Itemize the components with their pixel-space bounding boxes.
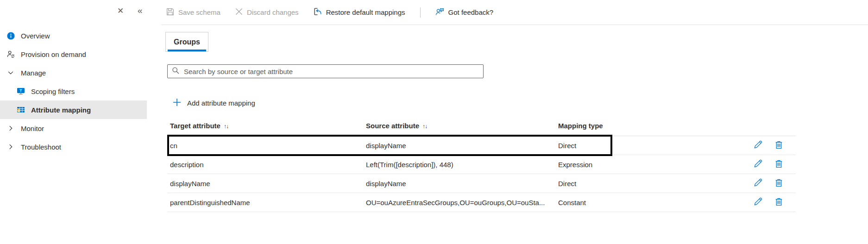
- cell-source-attribute: Left(Trim([description]), 448): [366, 161, 558, 169]
- sort-icon[interactable]: ↑↓: [224, 123, 228, 130]
- column-header-source-attribute[interactable]: Source attribute↑↓: [366, 122, 558, 130]
- toolbar-button-label: Discard changes: [247, 8, 299, 16]
- sidebar-item-label: Manage: [21, 69, 46, 77]
- cell-source-attribute: displayName: [366, 142, 558, 150]
- info-icon: [6, 31, 15, 40]
- trash-icon: [774, 197, 784, 208]
- column-header-label: Source attribute: [366, 122, 419, 130]
- table-row[interactable]: displayName displayName Direct: [167, 174, 796, 193]
- close-icon[interactable]: ✕: [117, 7, 124, 15]
- delete-mapping-button[interactable]: [774, 197, 784, 208]
- tab-label: Groups: [174, 38, 200, 46]
- attribute-mapping-icon: [17, 106, 25, 114]
- table-row[interactable]: parentDistinguishedName OU=ouAzureEntraS…: [167, 193, 796, 212]
- collapse-sidebar-icon[interactable]: «: [138, 6, 143, 15]
- sidebar-item-label: Scoping filters: [31, 88, 75, 95]
- save-schema-button[interactable]: Save schema: [166, 8, 220, 17]
- pencil-icon: [753, 178, 763, 189]
- search-input[interactable]: [183, 67, 479, 76]
- delete-mapping-button[interactable]: [774, 159, 784, 170]
- trash-icon: [774, 178, 784, 189]
- cell-mapping-type: Expression: [558, 161, 669, 169]
- sidebar-item-troubleshoot[interactable]: Troubleshoot: [0, 138, 147, 156]
- x-icon: [235, 8, 243, 17]
- toolbar-divider: [420, 7, 421, 18]
- cell-mapping-type: Direct: [558, 142, 669, 150]
- chevron-right-icon: [6, 124, 15, 132]
- discard-changes-button[interactable]: Discard changes: [235, 8, 299, 17]
- scoping-filters-icon: [17, 87, 25, 95]
- sidebar-item-label: Troubleshoot: [21, 143, 61, 151]
- cell-source-attribute: displayName: [366, 180, 558, 188]
- toolbar-button-label: Got feedback?: [448, 8, 494, 16]
- pencil-icon: [753, 140, 763, 151]
- sidebar-item-label: Provision on demand: [21, 50, 86, 58]
- table-row[interactable]: cn displayName Direct: [167, 136, 796, 155]
- edit-mapping-button[interactable]: [753, 140, 763, 151]
- sort-icon[interactable]: ↑↓: [422, 123, 427, 130]
- trash-icon: [774, 159, 784, 170]
- restore-icon: [314, 7, 322, 17]
- pencil-icon: [753, 197, 763, 208]
- sidebar-item-attribute-mapping[interactable]: Attribute mapping: [0, 100, 147, 119]
- column-header-mapping-type: Mapping type: [558, 122, 669, 130]
- edit-mapping-button[interactable]: [753, 159, 763, 170]
- toolbar: Save schema Discard changes Restore defa…: [161, 0, 868, 25]
- edit-mapping-button[interactable]: [753, 178, 763, 189]
- column-header-label: Target attribute: [170, 122, 220, 130]
- cell-target-attribute[interactable]: description: [167, 161, 366, 169]
- sidebar-item-manage[interactable]: Manage: [0, 63, 147, 82]
- person-sync-icon: [6, 50, 15, 58]
- sidebar-item-overview[interactable]: Overview: [0, 26, 147, 45]
- cell-mapping-type: Direct: [558, 180, 669, 188]
- toolbar-button-label: Restore default mappings: [326, 8, 405, 16]
- chevron-down-icon: [6, 69, 15, 77]
- content-pane: Save schema Discard changes Restore defa…: [161, 0, 868, 244]
- search-box: [167, 64, 484, 78]
- sidebar-item-provision-on-demand[interactable]: Provision on demand: [0, 45, 147, 63]
- column-header-label: Mapping type: [558, 122, 603, 130]
- cell-target-attribute[interactable]: cn: [167, 142, 366, 150]
- got-feedback-button[interactable]: Got feedback?: [435, 7, 494, 18]
- column-header-target-attribute[interactable]: Target attribute↑↓: [167, 122, 366, 130]
- main-area: Groups Add attribute mapping Target attr…: [161, 25, 868, 212]
- sidebar-item-label: Monitor: [21, 125, 44, 132]
- sidebar-nav: Overview Provision on demand Manage: [0, 26, 161, 156]
- feedback-icon: [435, 7, 444, 18]
- sidebar-item-label: Overview: [21, 32, 50, 40]
- save-icon: [166, 8, 174, 17]
- cell-mapping-type: Constant: [558, 199, 669, 206]
- toolbar-button-label: Save schema: [178, 8, 220, 16]
- delete-mapping-button[interactable]: [774, 178, 784, 189]
- search-icon: [172, 67, 179, 76]
- attribute-mapping-table: Target attribute↑↓ Source attribute↑↓ Ma…: [167, 116, 796, 212]
- sidebar-item-monitor[interactable]: Monitor: [0, 119, 147, 138]
- sidebar-item-label: Attribute mapping: [31, 106, 91, 114]
- cell-source-attribute: OU=ouAzureEntraSecGroups,OU=ouGroups,OU=…: [366, 199, 558, 206]
- trash-icon: [774, 140, 784, 151]
- delete-mapping-button[interactable]: [774, 140, 784, 151]
- add-attribute-mapping-label: Add attribute mapping: [187, 99, 255, 107]
- sidebar-item-scoping-filters[interactable]: Scoping filters: [0, 82, 147, 100]
- cell-target-attribute[interactable]: parentDistinguishedName: [167, 199, 366, 206]
- chevron-right-icon: [6, 143, 15, 151]
- table-header-row: Target attribute↑↓ Source attribute↑↓ Ma…: [167, 116, 796, 136]
- cell-target-attribute[interactable]: displayName: [167, 180, 366, 188]
- sidebar: ✕ « Overview Provision on demand: [0, 0, 161, 244]
- table-row[interactable]: description Left(Trim([description]), 44…: [167, 155, 796, 174]
- tab-groups[interactable]: Groups: [165, 32, 208, 52]
- restore-default-mappings-button[interactable]: Restore default mappings: [314, 7, 405, 17]
- add-attribute-mapping-button[interactable]: Add attribute mapping: [173, 96, 868, 110]
- pencil-icon: [753, 159, 763, 170]
- plus-icon: [173, 98, 181, 108]
- edit-mapping-button[interactable]: [753, 197, 763, 208]
